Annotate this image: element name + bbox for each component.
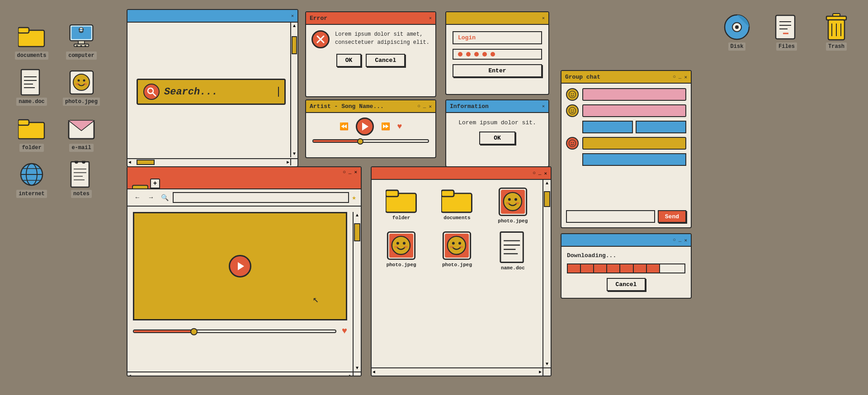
scrollbar-horizontal[interactable]: ◄ ► [127, 158, 290, 165]
files-min-btn[interactable]: _ [538, 170, 542, 176]
scrollbar-vertical[interactable]: ▲ ▼ [290, 23, 297, 157]
browser-search-icon: 🔍 [159, 192, 170, 203]
files-scroll-left[interactable]: ◄ [372, 369, 376, 376]
svg-point-76 [392, 236, 410, 254]
icon-files[interactable]: Files [769, 14, 805, 51]
music-progress-thumb[interactable] [357, 138, 363, 145]
scroll-thumb[interactable] [292, 36, 297, 54]
icon-namedoc[interactable]: name.doc [14, 69, 50, 106]
chat-action-btn-2[interactable] [636, 121, 686, 133]
icon-notes[interactable]: notes [63, 161, 99, 198]
music-rewind-btn[interactable]: ⏪ [340, 122, 349, 131]
file-item-photo1[interactable]: photo.jpeg [489, 187, 537, 224]
chat-action-btn-1[interactable] [582, 121, 633, 133]
files-close-btn[interactable]: ✕ [544, 170, 547, 176]
chat-min-btn[interactable]: _ [679, 74, 682, 80]
icon-documents[interactable]: documents [14, 23, 50, 60]
icon-email[interactable]: e-mail [63, 115, 99, 152]
music-content: ⏪ ⏩ ♥ [306, 113, 435, 147]
login-close-btn[interactable]: ✕ [542, 15, 545, 21]
download-min-btn[interactable]: _ [679, 237, 682, 243]
chat-send-btn[interactable]: Send [658, 210, 686, 223]
music-close-btn[interactable]: ✕ [429, 103, 432, 109]
files-scrollbar-v[interactable]: ▲ ▼ [542, 180, 551, 367]
file-item-photo2[interactable]: photo.jpeg [377, 231, 425, 271]
icon-trash[interactable]: Trash [818, 14, 854, 51]
icon-folder[interactable]: folder [14, 115, 50, 152]
search-bar[interactable]: Search... [137, 79, 286, 105]
file-item-documents[interactable]: documents [433, 187, 481, 224]
browser-address-bar[interactable] [173, 192, 349, 203]
scroll-down-btn[interactable]: ▼ [292, 150, 297, 157]
download-circle-btn[interactable]: ○ [673, 237, 676, 243]
icon-internet[interactable]: internet [14, 161, 50, 198]
browser-star-btn[interactable]: ★ [352, 193, 356, 202]
download-close-btn[interactable]: ✕ [684, 237, 687, 243]
scroll-up-btn[interactable]: ▲ [292, 23, 297, 29]
icon-computer-label: computer [66, 52, 97, 60]
svg-point-97 [571, 109, 572, 110]
error-ok-btn[interactable]: OK [336, 54, 362, 67]
music-progress-bar[interactable] [312, 139, 429, 143]
browser-scroll-left[interactable]: ◄ [127, 373, 132, 377]
info-ok-btn[interactable]: OK [479, 132, 515, 145]
browser-scroll-right[interactable]: ► [348, 373, 353, 377]
file-item-photo3[interactable]: photo.jpeg [433, 231, 481, 271]
chat-close-btn[interactable]: ✕ [684, 74, 687, 80]
music-play-btn[interactable] [356, 118, 374, 136]
scroll-left-btn[interactable]: ◄ [127, 159, 132, 166]
password-dot-5 [491, 52, 495, 56]
browser-close-btn[interactable]: ✕ [354, 169, 357, 175]
files-circle-btn[interactable]: ○ [533, 170, 536, 176]
browser-scroll-thumb[interactable] [354, 223, 360, 241]
browser-add-tab-btn[interactable]: + [150, 179, 160, 188]
icon-photo[interactable]: photo.jpeg [63, 69, 99, 106]
scroll-thumb-h[interactable] [137, 160, 155, 165]
error-cancel-btn[interactable]: Cancel [366, 54, 405, 67]
password-field[interactable] [453, 49, 542, 60]
info-close-btn[interactable]: ✕ [542, 103, 545, 109]
chat-circle-btn[interactable]: ○ [673, 74, 676, 80]
download-btn-row: Cancel [567, 278, 685, 291]
chat-window-btns: ○ _ ✕ [673, 74, 687, 80]
browser-scrollbar-h[interactable]: ◄ ► [127, 371, 353, 376]
files-scroll-thumb[interactable] [544, 191, 550, 207]
files-scroll-up[interactable]: ▲ [545, 180, 549, 187]
music-heart-icon[interactable]: ♥ [397, 122, 402, 131]
browser-scroll-up[interactable]: ▲ [355, 212, 359, 219]
scroll-right-btn[interactable]: ► [286, 159, 290, 166]
icon-disk[interactable]: Disk [719, 14, 755, 51]
icon-computer[interactable]: computer [63, 23, 99, 60]
file-label-photo1: photo.jpeg [498, 218, 528, 224]
chat-text-input[interactable] [566, 210, 655, 223]
files-scroll-down[interactable]: ▼ [545, 361, 549, 367]
browser-min-btn[interactable]: _ [349, 169, 352, 175]
files-scroll-right[interactable]: ► [538, 369, 542, 376]
video-play-btn[interactable] [229, 255, 251, 277]
error-close-btn[interactable]: ✕ [429, 15, 432, 21]
browser-back-btn[interactable]: ← [132, 192, 143, 203]
video-heart-icon[interactable]: ♥ [342, 326, 347, 336]
files-titlebar: ○ _ ✕ [372, 167, 551, 180]
music-minimize-btn[interactable]: ○ [417, 103, 420, 109]
browser-tab-active[interactable] [132, 185, 148, 188]
browser-scrollbar-v[interactable]: ▲ ▼ [353, 212, 361, 371]
video-progress-thumb[interactable] [190, 328, 198, 335]
music-progress-fill [313, 140, 359, 142]
download-cancel-btn[interactable]: Cancel [607, 278, 646, 291]
file-item-folder[interactable]: folder [377, 187, 425, 224]
browser-scroll-down[interactable]: ▼ [355, 365, 359, 371]
browser-forward-btn[interactable]: → [146, 192, 156, 203]
login-enter-btn[interactable]: Enter [453, 64, 542, 77]
login-input[interactable] [453, 31, 542, 44]
file-item-namedoc[interactable]: name.doc [489, 231, 537, 271]
progress-seg-1 [568, 264, 581, 273]
browser-circle-btn[interactable]: ○ [343, 169, 346, 175]
music-forward-btn[interactable]: ⏩ [381, 122, 390, 131]
files-scrollbar-h[interactable]: ◄ ► [372, 367, 542, 376]
search-close-btn[interactable]: ✕ [291, 13, 294, 19]
svg-rect-66 [441, 190, 454, 197]
video-progress-bar[interactable] [133, 329, 336, 333]
music-window-min-btn[interactable]: _ [423, 103, 426, 109]
chat-action-btn-3[interactable] [582, 153, 686, 166]
